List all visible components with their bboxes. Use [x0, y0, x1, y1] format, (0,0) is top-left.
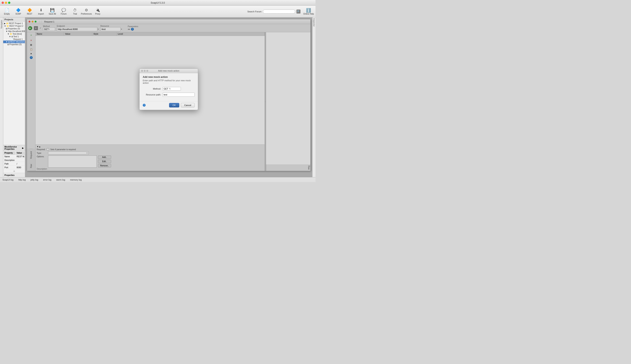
table-row: Port 8080	[4, 166, 28, 169]
modal-method-select[interactable]: GET ⇅	[163, 87, 181, 90]
tree-item-endpoint[interactable]: ▼ http://localhost:8080	[3, 30, 25, 33]
search-button[interactable]: 🔍	[296, 10, 301, 14]
trial-icon: ⏱	[73, 8, 77, 12]
modal-overlay: Add new mock action Add new mock action …	[25, 18, 312, 177]
import-label: Import	[38, 13, 44, 15]
inspector-sidebar: Inspector	[312, 18, 316, 177]
table-row: Name REST MockS...	[4, 155, 28, 158]
project-tree: ▶📁 REST Project 1 ▼📁 REST Project 2 ⊞ Pr…	[3, 22, 25, 145]
error-log-tab[interactable]: error log	[42, 178, 52, 182]
toolbar-trial[interactable]: ⏱ Trial	[70, 6, 80, 16]
ok-button[interactable]: OK	[169, 103, 179, 108]
toolbar-proxy[interactable]: 🔌 Proxy	[93, 6, 103, 16]
mockservice-properties-panel: MockService Properties ▶ Property Value …	[3, 145, 25, 173]
toolbar-save-all[interactable]: 💾 Save All	[47, 6, 58, 16]
tree-item-mock-service-1[interactable]: ▼⊞ REST MockService 1	[3, 40, 25, 43]
toolbar-preferences[interactable]: ⚙ Preferences	[81, 6, 92, 16]
search-input[interactable]	[263, 10, 295, 14]
props-footer	[3, 170, 25, 173]
tree-item-rest-project-2[interactable]: ▼📁 REST Project 2	[3, 25, 25, 27]
mockservice-props-expand[interactable]: ▶	[22, 147, 24, 149]
wsrm-log-tab[interactable]: wsrm log	[55, 178, 66, 182]
navigator-sidebar: Navigator	[0, 18, 3, 177]
modal-minimize-button[interactable]	[144, 70, 146, 72]
prop-port-label: Port	[4, 166, 16, 169]
modal-method-field: Method: GET ⇅	[143, 87, 195, 90]
bottom-log-bar: SoapUI log http log jetty log error log …	[0, 177, 316, 182]
proxy-label: Proxy	[95, 13, 100, 15]
main-layout: Navigator Projects ▶📁 REST Project 1 ▼📁 …	[0, 18, 316, 177]
online-help-icon: ℹ️	[306, 8, 311, 13]
empty-icon: 📄	[5, 8, 9, 12]
window-close-button[interactable]	[2, 2, 4, 4]
toolbar-import[interactable]: ⬇ Import	[36, 6, 46, 16]
modal-heading: Add new mock action	[143, 76, 195, 78]
app-title: SoapUI 5.3.0	[151, 2, 165, 4]
rest-icon: 🔶	[27, 8, 32, 12]
modal-traffic-lights	[141, 70, 148, 72]
content-area: ⋮⋮ Request 1 ▶ ■ ✓ Method GET ▾ Endpoint	[25, 18, 312, 177]
import-icon: ⬇	[40, 8, 43, 12]
jetty-log-tab[interactable]: jetty log	[30, 178, 39, 182]
soap-icon: 🔷	[16, 8, 21, 12]
tree-item-request-1[interactable]: 📄 Request 1	[3, 38, 25, 40]
empty-label: Empty	[4, 13, 10, 15]
trial-label: Trial	[73, 13, 77, 15]
tree-item-rest-project-1[interactable]: ▶📁 REST Project 1	[3, 22, 25, 25]
title-bar: SoapUI 5.3.0	[0, 0, 316, 6]
memory-log-tab[interactable]: memory log	[69, 178, 82, 182]
tree-item-properties-0[interactable]: ⊞ Properties (0)	[3, 27, 25, 30]
mockservice-props-title: MockService Properties	[5, 146, 22, 150]
toolbar-forum[interactable]: 💬 Forum	[58, 6, 69, 16]
window-traffic-lights[interactable]	[2, 2, 10, 4]
soapui-log-tab[interactable]: SoapUI log	[2, 178, 14, 182]
save-all-icon: 💾	[50, 8, 55, 12]
prop-path-label: Path	[4, 162, 16, 166]
window-minimize-button[interactable]	[5, 2, 7, 4]
modal-help-icon[interactable]: ?	[143, 104, 146, 106]
rest-label: REST	[27, 13, 33, 15]
toolbar-rest[interactable]: 🔶 REST	[24, 6, 35, 16]
toolbar-empty[interactable]: 📄 Empty	[2, 6, 12, 16]
project-panel: Projects ▶📁 REST Project 1 ▼📁 REST Proje…	[3, 18, 25, 177]
preferences-label: Preferences	[81, 13, 92, 15]
tree-item-test-1[interactable]: ▼⊞ Test 1	[3, 35, 25, 38]
table-row: Path /	[4, 162, 28, 166]
online-help[interactable]: ℹ️ Online Help	[303, 8, 314, 15]
save-all-label: Save All	[49, 13, 56, 15]
modal-method-label: Method:	[143, 88, 161, 90]
modal-body: Add new mock action Enter path and HTTP …	[140, 73, 198, 101]
properties-tab[interactable]: Properties	[5, 174, 15, 176]
http-log-tab[interactable]: http log	[18, 178, 26, 182]
modal-resource-path-label: Resource path:	[143, 94, 161, 96]
tree-item-mock-properties[interactable]: ⊞ Properties (0)	[3, 43, 25, 46]
modal-maximize-button[interactable]	[146, 70, 148, 72]
modal-method-value: GET	[164, 88, 168, 90]
proxy-icon: 🔌	[96, 8, 100, 12]
modal-resource-path-input[interactable]	[163, 92, 195, 97]
modal-resource-field: Resource path:	[143, 92, 195, 97]
preferences-icon: ⚙	[85, 8, 88, 12]
prop-desc-label: Description	[4, 159, 16, 162]
tree-item-test-resource[interactable]: ▼📁 Test [/test]	[3, 33, 25, 35]
add-mock-action-dialog: Add new mock action Add new mock action …	[139, 68, 198, 110]
toolbar-soap[interactable]: 🔷 SOAP	[13, 6, 24, 16]
modal-close-button[interactable]	[141, 70, 143, 72]
search-area: Search Forum 🔍	[247, 10, 301, 14]
resize-handle[interactable]	[14, 170, 15, 172]
modal-subtext: Enter path and HTTP method for your new …	[143, 79, 195, 84]
modal-method-chevron: ⇅	[169, 88, 171, 90]
inspector-label: Inspector	[313, 18, 315, 26]
props-col-property: Property	[4, 152, 16, 155]
modal-footer: ? OK Cancel	[140, 101, 198, 110]
online-help-label: Online Help	[303, 13, 314, 15]
cancel-button[interactable]: Cancel	[181, 103, 195, 108]
modal-title: Add new mock action	[158, 70, 179, 72]
mockservice-props-table: Property Value Name REST MockS... Descri…	[3, 151, 29, 170]
window-maximize-button[interactable]	[8, 2, 10, 4]
forum-label: Forum	[61, 13, 67, 15]
soap-label: SOAP	[16, 13, 21, 15]
table-row: Description	[4, 159, 28, 162]
projects-header: Projects	[3, 18, 25, 22]
modal-titlebar: Add new mock action	[140, 69, 198, 73]
